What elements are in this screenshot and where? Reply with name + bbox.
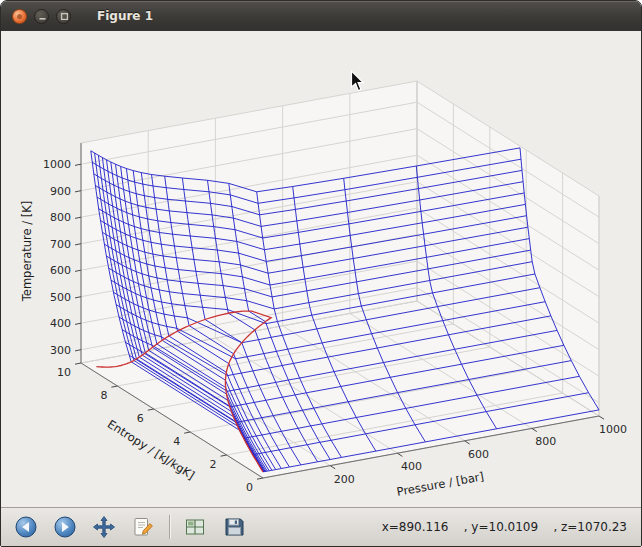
svg-text:400: 400 xyxy=(50,317,71,330)
forward-icon xyxy=(53,515,77,539)
svg-text:Pressure / [bar]: Pressure / [bar] xyxy=(396,469,485,499)
figure-window: Figure 1 0246810200400600800100030040050… xyxy=(0,0,642,547)
svg-text:700: 700 xyxy=(50,238,71,251)
save-button[interactable] xyxy=(220,513,248,541)
svg-text:600: 600 xyxy=(468,448,489,461)
svg-text:2: 2 xyxy=(210,458,217,471)
svg-text:6: 6 xyxy=(137,412,144,425)
pan-button[interactable] xyxy=(90,513,118,541)
svg-text:800: 800 xyxy=(535,435,556,448)
toolbar-separator xyxy=(169,515,170,539)
minimize-button[interactable] xyxy=(34,9,49,24)
svg-text:Temperature / [K]: Temperature / [K] xyxy=(20,201,34,303)
svg-text:0: 0 xyxy=(246,481,253,494)
maximize-icon xyxy=(60,12,69,21)
axes-panes xyxy=(81,81,599,478)
subplots-button[interactable] xyxy=(181,513,209,541)
svg-text:300: 300 xyxy=(50,344,71,357)
floppy-disk-icon xyxy=(222,515,246,539)
window-title: Figure 1 xyxy=(97,9,153,23)
maximize-button[interactable] xyxy=(56,9,71,24)
svg-text:600: 600 xyxy=(50,264,71,277)
edit-button[interactable] xyxy=(129,513,157,541)
svg-text:8: 8 xyxy=(100,389,107,402)
figure-canvas[interactable]: 0246810200400600800100030040050060070080… xyxy=(1,31,641,507)
svg-text:4: 4 xyxy=(173,435,180,448)
svg-text:1000: 1000 xyxy=(599,423,627,436)
pan-arrows-icon xyxy=(92,515,116,539)
svg-text:1000: 1000 xyxy=(43,158,71,171)
svg-text:900: 900 xyxy=(50,185,71,198)
svg-text:500: 500 xyxy=(50,291,71,304)
cursor-coordinates: x=890.116 , y=10.0109 , z=1070.23 xyxy=(382,520,627,534)
svg-text:10: 10 xyxy=(57,366,71,379)
minimize-icon xyxy=(38,12,47,21)
svg-text:800: 800 xyxy=(50,211,71,224)
close-button[interactable] xyxy=(12,9,27,24)
titlebar[interactable]: Figure 1 xyxy=(1,1,641,31)
back-button[interactable] xyxy=(12,513,40,541)
plot-3d-surface: 0246810200400600800100030040050060070080… xyxy=(1,31,642,509)
forward-button[interactable] xyxy=(51,513,79,541)
back-icon xyxy=(14,515,38,539)
navigation-toolbar: x=890.116 , y=10.0109 , z=1070.23 xyxy=(1,507,641,546)
pencil-page-icon xyxy=(131,515,155,539)
svg-text:200: 200 xyxy=(334,473,355,486)
subplots-grid-icon xyxy=(183,515,207,539)
svg-text:400: 400 xyxy=(401,460,422,473)
